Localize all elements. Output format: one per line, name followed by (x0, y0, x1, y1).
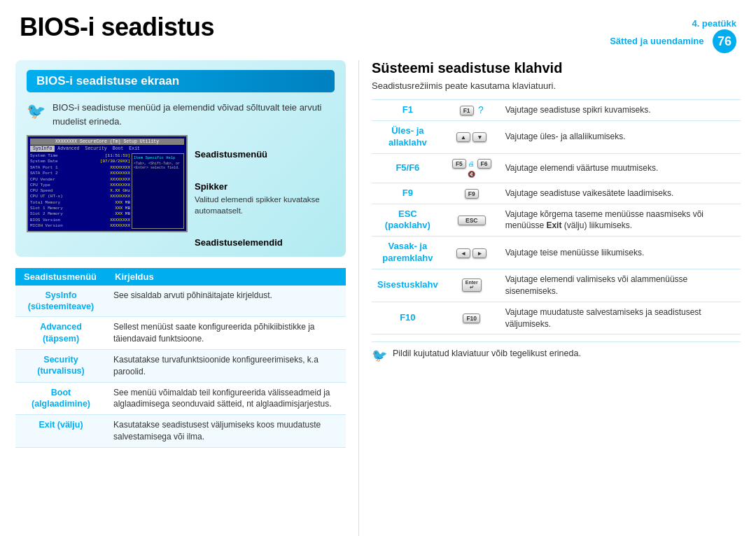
menu-name-advanced: Advanced(täpsem) (15, 317, 106, 350)
bios-intro-text: BIOS-i seadistuse menüüd ja elemendid võ… (52, 101, 335, 128)
bios-help-text: <Tab>, <Shift-Tab>, or <Enter> selects f… (134, 162, 182, 170)
key-visual-updown: ▲ ▼ (444, 120, 500, 153)
key-desc-enter: Vajutage elemendi valimiseks või alammen… (500, 269, 741, 302)
menu-name-boot: Boot(alglaadimine) (15, 382, 106, 415)
callout-elements-label: Seadistuselemendid (195, 237, 335, 248)
bios-simulation: XXXXXXXX SecureCore (Tm) Setup Utility S… (27, 135, 188, 232)
callout-helper: Spikker Valitud elemendi spikker kuvatak… (195, 181, 335, 217)
key-name-leftright: Vasak- japaremklahv (372, 237, 444, 269)
bios-help-title: Item Specific Help (134, 155, 182, 160)
bios-menu-bar: SysInfo Advanced Security Boot Exit (30, 146, 184, 152)
menu-row-security: Security(turvalisus) Kasutatakse turvafu… (15, 350, 346, 383)
key-visual-f1: F1 ? (444, 100, 500, 121)
callout-helper-label: Spikker (195, 181, 335, 192)
callout-elements: Seadistuselemendid (195, 237, 335, 248)
page-nav: 4. peatükk Sätted ja uuendamine 76 (610, 13, 736, 53)
menu-table: Seadistusmenüü Kirjeldus SysInfo(süsteem… (15, 268, 346, 448)
bios-menu-security[interactable]: Security (83, 146, 110, 152)
bios-content: System Time[11:51:53] System Date[07/30/… (30, 153, 184, 229)
key-visual-esc: ESC (444, 204, 500, 237)
callout-menu-label: Seadistusmenüü (195, 149, 335, 160)
key-btn-f5: F5 (452, 159, 466, 169)
bios-menu-advanced[interactable]: Advanced (55, 146, 82, 152)
key-desc-f10: Vajutage muudatuste salvestamiseks ja se… (500, 302, 741, 334)
menu-desc-boot: See menüü võimaldab teil konfigureerida … (106, 382, 346, 415)
chapter-label: 4. peatükk (692, 18, 736, 29)
key-visual-f10: F10 (444, 302, 500, 334)
key-name-f9: F9 (372, 183, 444, 204)
bottom-note-icon: 🐦 (372, 348, 387, 363)
note-icon: 🐦 (27, 102, 46, 120)
key-row-enter: Sisestusklahv Enter↵ Vajutage elemendi v… (372, 269, 741, 302)
key-btn-down: ▼ (472, 132, 486, 142)
bios-menu-sysinfo[interactable]: SysInfo (30, 146, 55, 152)
menu-name-exit: Exit (välju) (15, 415, 106, 448)
menu-table-header: Seadistusmenüü Kirjeldus (15, 268, 346, 285)
left-column: BIOS-i seadistuse ekraan 🐦 BIOS-i seadis… (15, 60, 358, 536)
menu-desc-exit: Kasutatakse seadistusest väljumiseks koo… (106, 415, 346, 448)
bios-screen-title: BIOS-i seadistuse ekraan (27, 70, 335, 92)
key-visual-f9: F9 (444, 183, 500, 204)
callout-menu: Seadistusmenüü (195, 149, 335, 160)
key-btn-enter: Enter↵ (462, 278, 482, 292)
menu-col1-header: Seadistusmenüü (15, 268, 106, 285)
key-btn-f10: F10 (463, 313, 480, 323)
page-header: BIOS-i seadistus 4. peatükk Sätted ja uu… (0, 0, 756, 60)
key-row-f10: F10 F10 Vajutage muudatuste salvestamise… (372, 302, 741, 334)
keys-table: F1 F1 ? Vajutage seadistuse spikri kuvam… (372, 99, 741, 334)
bios-top-bar: XXXXXXXX SecureCore (Tm) Setup Utility (30, 139, 184, 145)
key-visual-enter: Enter↵ (444, 269, 500, 302)
bios-screenshot-wrapper: XXXXXXXX SecureCore (Tm) Setup Utility S… (27, 135, 335, 248)
main-content: BIOS-i seadistuse ekraan 🐦 BIOS-i seadis… (0, 60, 756, 536)
f1-help-icon: ? (478, 104, 484, 115)
bios-intro: 🐦 BIOS-i seadistuse menüüd ja elemendid … (27, 101, 335, 128)
menu-name-security: Security(turvalisus) (15, 350, 106, 383)
key-desc-leftright: Vajutage teise menüüsse liikumiseks. (500, 237, 741, 269)
key-row-updown: Üles- jaallaklahv ▲ ▼ Vajutage üles- ja … (372, 120, 741, 153)
menu-desc-sysinfo: See sisaldab arvuti põhinäitajate kirjel… (106, 285, 346, 317)
key-row-leftright: Vasak- japaremklahv ◄ ► Vajutage teise m… (372, 237, 741, 269)
menu-row-exit: Exit (välju) Kasutatakse seadistusest vä… (15, 415, 346, 448)
key-name-f10: F10 (372, 302, 444, 334)
key-btn-esc: ESC (458, 216, 486, 225)
menu-row-sysinfo: SysInfo(süsteemiteave) See sisaldab arvu… (15, 285, 346, 317)
key-name-enter: Sisestusklahv (372, 269, 444, 302)
key-btn-f1: F1 (460, 106, 474, 115)
key-name-f5f6: F5/F6 (372, 153, 444, 183)
menu-desc-security: Kasutatakse turvafunktsioonide konfigure… (106, 350, 346, 383)
key-btn-left: ◄ (456, 248, 470, 258)
key-btn-up: ▲ (456, 132, 470, 142)
menu-name-sysinfo: SysInfo(süsteemiteave) (15, 285, 106, 317)
key-desc-updown: Vajutage üles- ja allaliikumiseks. (500, 120, 741, 153)
f6-icon: 🔇 (468, 171, 475, 178)
bios-main: System Time[11:51:53] System Date[07/30/… (30, 153, 130, 229)
key-row-esc: ESC(paoklahv) ESC Vajutage kõrgema tasem… (372, 204, 741, 237)
key-row-f5f6: F5/F6 F5 🖨 F6 🔇 Vajutage elemendi väärtu… (372, 153, 741, 183)
key-visual-leftright: ◄ ► (444, 237, 500, 269)
bottom-note-text: Pildil kujutatud klaviatuur võib tegelik… (393, 348, 581, 360)
menu-row-boot: Boot(alglaadimine) See menüü võimaldab t… (15, 382, 346, 415)
key-desc-esc: Vajutage kõrgema taseme menüüsse naasmis… (500, 204, 741, 237)
bios-menu-boot[interactable]: Boot (110, 146, 127, 152)
chapter-sub: Sätted ja uuendamine (610, 36, 704, 46)
key-row-f9: F9 F9 Vajutage seadistuse vaikesätete la… (372, 183, 741, 204)
key-btn-right: ► (472, 248, 486, 258)
bios-callout-labels: Seadistusmenüü Spikker Valitud elemendi … (195, 135, 335, 248)
key-name-esc: ESC(paoklahv) (372, 204, 444, 237)
menu-desc-advanced: Sellest menüüst saate konfigureerida põh… (106, 317, 346, 350)
menu-col2-header: Kirjeldus (106, 268, 346, 285)
key-btn-f6: F6 (477, 159, 491, 169)
right-section-subtitle: Seadistusrežiimis peate kasutama klaviat… (372, 80, 741, 91)
bios-menu-exit[interactable]: Exit (126, 146, 143, 152)
key-desc-f9: Vajutage seadistuse vaikesätete laadimis… (500, 183, 741, 204)
key-btn-f9: F9 (465, 189, 479, 199)
right-column: Süsteemi seadistuse klahvid Seadistusrež… (358, 60, 741, 536)
f5-icon: 🖨 (468, 160, 475, 167)
menu-row-advanced: Advanced(täpsem) Sellest menüüst saate k… (15, 317, 346, 350)
page-title: BIOS-i seadistus (20, 13, 214, 42)
callout-helper-desc: Valitud elemendi spikker kuvatakse autom… (195, 194, 335, 216)
page-number: 76 (713, 29, 736, 53)
right-section-title: Süsteemi seadistuse klahvid (372, 60, 741, 76)
key-desc-f5f6: Vajutage elemendi väärtuse muutmiseks. (500, 153, 741, 183)
key-name-updown: Üles- jaallaklahv (372, 120, 444, 153)
